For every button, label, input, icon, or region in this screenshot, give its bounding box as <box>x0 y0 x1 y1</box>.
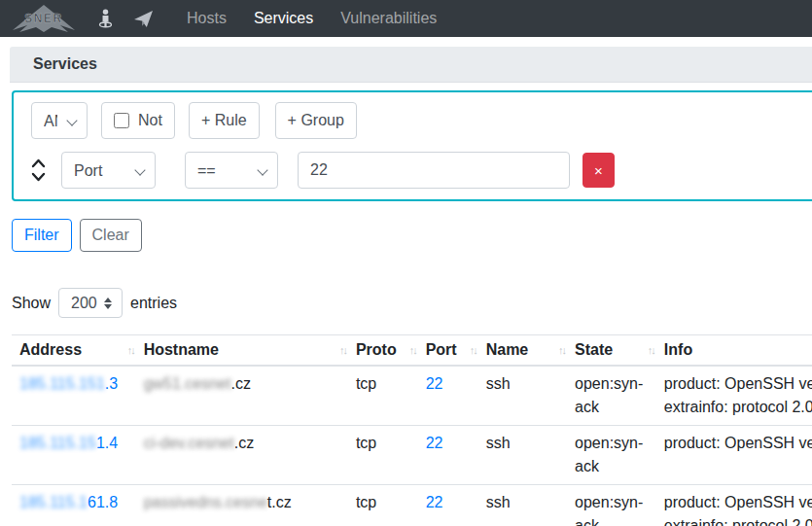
column-header-name[interactable]: Name ↑↓ <box>478 335 567 367</box>
chevron-down-icon <box>134 164 145 175</box>
name-cell: ssh <box>478 485 567 526</box>
redacted-hostname: ci-dev.cesnet <box>144 435 234 451</box>
nav-item-hosts[interactable]: Hosts <box>173 2 240 35</box>
proto-cell: tcp <box>348 485 418 526</box>
nav-item-services[interactable]: Services <box>240 2 327 35</box>
condition-select-control[interactable]: AND <box>44 113 57 129</box>
page-header: Services <box>10 47 812 83</box>
table-row: 185.115.151.3 gw51.cesnet.cz tcp 22 ssh … <box>12 366 812 426</box>
state-cell: open:syn-ack <box>567 366 656 426</box>
condition-select[interactable]: AND <box>31 102 88 139</box>
hostname-suffix: t.cz <box>267 494 292 510</box>
chevron-up-icon[interactable] <box>31 158 46 168</box>
sner-logo-icon: SNER <box>12 4 76 33</box>
add-rule-button[interactable]: + Rule <box>189 102 260 139</box>
paper-plane-icon[interactable] <box>133 10 154 28</box>
sort-icon[interactable]: ↑↓ <box>127 344 134 356</box>
table-row: 185.115.161.8 passivedns.cesnet.cz tcp 2… <box>12 485 812 526</box>
select-arrows-icon <box>104 298 112 309</box>
sort-icon[interactable]: ↑↓ <box>558 344 565 356</box>
proto-cell: tcp <box>348 366 418 426</box>
entries-label: entries <box>130 295 177 312</box>
brand-text: SNER <box>24 12 62 25</box>
rule-field-select[interactable]: Port <box>61 152 156 189</box>
sort-icon[interactable]: ↑↓ <box>470 344 477 356</box>
not-toggle-button[interactable]: Not <box>101 102 175 139</box>
filter-actions: Filter Clear <box>12 219 812 252</box>
pegman-icon[interactable] <box>97 8 114 29</box>
page-title: Services <box>33 55 97 73</box>
address-suffix: .3 <box>105 375 118 392</box>
clear-button[interactable]: Clear <box>80 219 142 252</box>
info-cell: product: OpenSSH versi extrainfo: protoc… <box>656 485 812 526</box>
address-link[interactable]: 185.115.161.8 <box>19 494 118 510</box>
redacted-hostname: gw51.cesnet <box>144 375 231 392</box>
top-navbar: SNER Hosts Services Vulnerabilities <box>0 0 812 37</box>
column-header-address[interactable]: Address ↑↓ <box>12 335 136 367</box>
redacted-hostname: passivedns.cesne <box>144 494 267 510</box>
brand-logo[interactable]: SNER <box>12 4 76 33</box>
rule-value-input[interactable] <box>298 152 570 189</box>
filter-builder-group: AND Not + Rule + Group P <box>12 90 812 201</box>
close-icon: × <box>594 162 603 179</box>
column-header-port[interactable]: Port ↑↓ <box>418 335 478 367</box>
hostname-suffix: .cz <box>230 375 250 392</box>
name-cell: ssh <box>478 426 567 485</box>
rule-move-handle[interactable] <box>31 158 46 182</box>
page-length-value: 200 <box>71 295 97 312</box>
rule-operator-select-control[interactable]: == <box>197 162 248 179</box>
info-cell: product: OpenSSH versi extrainfo: protoc… <box>656 366 812 426</box>
port-link[interactable]: 22 <box>426 494 443 510</box>
filter-button[interactable]: Filter <box>12 219 72 252</box>
hostname-suffix: .cz <box>234 435 254 451</box>
state-cell: open:syn-ack <box>567 485 656 526</box>
column-header-proto[interactable]: Proto ↑↓ <box>348 335 418 367</box>
table-row: 185.115.151.4 ci-dev.cesnet.cz tcp 22 ss… <box>12 426 812 485</box>
redacted-address: 185.115.15 <box>19 435 96 451</box>
filter-rule-row: Port == × <box>31 152 812 189</box>
not-label: Not <box>138 112 162 129</box>
sort-icon[interactable]: ↑↓ <box>339 344 346 356</box>
port-link[interactable]: 22 <box>426 435 443 451</box>
main-content: Services AND Not + Rule + Group <box>0 47 812 526</box>
page-length-select[interactable]: 200 <box>58 288 123 318</box>
delete-rule-button[interactable]: × <box>583 153 615 188</box>
state-cell: open:syn-ack <box>567 426 656 485</box>
table-length-control: Show 200 entries <box>12 288 812 318</box>
address-suffix: 61.8 <box>88 494 118 510</box>
address-link[interactable]: 185.115.151.3 <box>19 375 118 392</box>
proto-cell: tcp <box>348 426 418 485</box>
add-group-button[interactable]: + Group <box>275 102 357 139</box>
rule-operator-select[interactable]: == <box>185 152 278 189</box>
group-header-row: AND Not + Rule + Group <box>31 102 812 139</box>
rule-field-select-control[interactable]: Port <box>74 162 125 179</box>
column-header-hostname[interactable]: Hostname ↑↓ <box>136 335 348 367</box>
nav-item-vulnerabilities[interactable]: Vulnerabilities <box>327 2 450 35</box>
redacted-address: 185.115.151 <box>19 375 105 392</box>
redacted-address: 185.115.1 <box>19 494 88 510</box>
info-cell: product: OpenSSH versi <box>656 426 812 485</box>
sort-icon[interactable]: ↑↓ <box>409 344 416 356</box>
address-suffix: 1.4 <box>96 435 118 451</box>
services-table: Address ↑↓ Hostname ↑↓ Proto ↑↓ Port ↑↓ … <box>12 334 812 526</box>
table-header-row: Address ↑↓ Hostname ↑↓ Proto ↑↓ Port ↑↓ … <box>12 335 812 367</box>
column-header-state[interactable]: State ↑↓ <box>567 335 656 367</box>
sort-icon[interactable]: ↑↓ <box>648 344 654 356</box>
chevron-down-icon <box>257 164 267 175</box>
address-link[interactable]: 185.115.151.4 <box>19 435 118 451</box>
column-header-info[interactable]: Info <box>656 335 812 367</box>
chevron-down-icon[interactable] <box>31 172 46 182</box>
port-link[interactable]: 22 <box>426 375 443 392</box>
show-label: Show <box>12 295 51 312</box>
chevron-down-icon <box>66 115 77 125</box>
name-cell: ssh <box>478 366 567 426</box>
not-checkbox[interactable] <box>114 113 129 128</box>
